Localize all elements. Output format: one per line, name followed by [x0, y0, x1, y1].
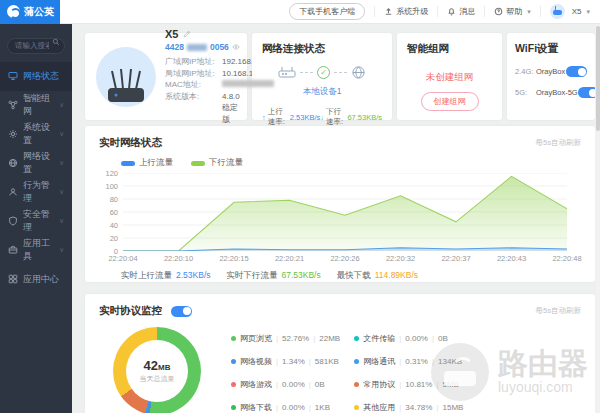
donut-chart: 42MB 当天总流量 上行流量 — [113, 327, 201, 413]
local-device-link[interactable]: 本地设备1 — [262, 86, 382, 98]
legend-dot — [231, 405, 236, 410]
device-details: X5 44280056 广域网IP地址: 192.168.1.2 局域网IP地址… — [165, 28, 241, 125]
divider — [437, 6, 438, 17]
legend-item-web: 网页浏览52.76%22MB — [231, 333, 340, 344]
router-photo — [96, 47, 156, 107]
help-menu[interactable]: 帮助 — [494, 6, 531, 17]
sidebar-search — [7, 34, 65, 54]
account-menu[interactable]: X5 — [550, 4, 590, 19]
network-nodes-icon — [8, 100, 18, 110]
toolbox-icon — [8, 245, 18, 255]
legend-item-comm: 网络通讯0.31%134KB — [354, 356, 463, 367]
legend-dot — [231, 382, 236, 387]
device-info-card: X5 44280056 广域网IP地址: 192.168.1.2 局域网IP地址… — [85, 33, 247, 120]
legend-dot — [354, 336, 359, 341]
area-chart: 020406080100120 — [99, 173, 567, 251]
upgrade-icon — [384, 7, 393, 16]
connection-diagram: ✓ — [262, 65, 382, 80]
sidebar-item-behavior[interactable]: 行为管理 — [0, 178, 72, 207]
upload-rate: 上行速率: 2.53KB/s — [262, 107, 320, 127]
card-title: 实时网络状态 — [99, 136, 162, 150]
grid-icon — [8, 274, 18, 284]
x-axis: 22:20:0422:20:1022:20:1522:20:2122:20:26… — [123, 254, 567, 263]
donut-center: 42MB 当天总流量 — [126, 340, 188, 402]
traffic-chart-svg — [123, 173, 567, 251]
device-name: X5 — [165, 28, 178, 40]
legend-dot — [231, 359, 236, 364]
y-axis: 020406080100120 — [99, 173, 123, 251]
scrollbar-thumb[interactable] — [596, 26, 600, 131]
traffic-stats-row: 实时上行流量2.53KB/s 实时下行流量67.53KB/s 最快下载114.8… — [121, 270, 581, 282]
chevron-down-icon — [59, 217, 64, 225]
refresh-note: 每5s自动刷新 — [536, 306, 581, 316]
edit-pencil-icon[interactable] — [183, 30, 191, 38]
legend-marker — [121, 161, 135, 166]
legend-dot — [354, 359, 359, 364]
chevron-down-icon — [59, 159, 64, 167]
router-image — [104, 67, 148, 107]
sdwan-status-text: 未创建组网 — [407, 71, 492, 84]
globe-icon — [8, 158, 18, 168]
system-upgrade-button[interactable]: 系统升级 — [384, 6, 428, 17]
avatar — [550, 4, 565, 19]
connection-status-card: 网络连接状态 ✓ 本地设备1 上行速率: 2.53KB/s 下行速率: 67.5 — [252, 33, 392, 120]
protocol-monitor-card: 实时协议监控 每5s自动刷新 42MB 当天总流量 上行流量 网页浏览52.76… — [85, 294, 595, 413]
sidebar-item-security[interactable]: 安全管理 — [0, 207, 72, 236]
up-arrow-icon — [262, 113, 266, 122]
device-name-row: X5 — [165, 28, 241, 40]
stat-download: 实时下行流量67.53KB/s — [227, 270, 321, 282]
stat-upload: 实时上行流量2.53KB/s — [121, 270, 211, 282]
dandelion-logo-icon — [7, 5, 20, 18]
link-dash — [334, 72, 347, 73]
protocol-donut: 42MB 当天总流量 — [113, 327, 201, 413]
refresh-note: 每5s自动刷新 — [536, 138, 581, 148]
messages-button[interactable]: 消息 — [447, 6, 475, 17]
card-title: 网络连接状态 — [262, 42, 382, 56]
sidebar-item-tools[interactable]: 应用工具 — [0, 236, 72, 265]
app-logo[interactable]: 蒲公英 — [0, 0, 60, 24]
sn-masked-part — [187, 44, 207, 51]
bell-icon — [447, 7, 456, 16]
topbar: 蒲公英 下载手机客户端 系统升级 消息 帮助 X5 — [0, 0, 600, 24]
legend-download[interactable]: 下行流量 — [191, 157, 243, 169]
legend-dot — [354, 382, 359, 387]
legend-upload[interactable]: 上行流量 — [121, 157, 173, 169]
sidebar-item-app-center[interactable]: 应用中心 — [0, 265, 72, 294]
field-firmware: 系统版本: 4.8.0 稳定版 — [165, 91, 241, 126]
legend-marker — [191, 161, 205, 166]
topbar-actions: 下载手机客户端 系统升级 消息 帮助 X5 — [289, 3, 600, 20]
download-client-button[interactable]: 下载手机客户端 — [289, 3, 365, 20]
legend-item-other: 其他应用34.78%15MB — [354, 402, 463, 413]
field-mac: MAC地址: — [165, 79, 241, 91]
app-logo-text: 蒲公英 — [24, 5, 54, 19]
shield-icon — [8, 216, 18, 226]
card-title: WiFi设置 — [515, 42, 587, 56]
create-network-button[interactable]: 创建组网 — [421, 92, 479, 111]
wifi-24g-toggle[interactable] — [566, 66, 587, 77]
sidebar-item-sdwan[interactable]: 智能组网 — [0, 91, 72, 120]
protocol-body: 42MB 当天总流量 上行流量 网页浏览52.76%22MB 文件传输0.00%… — [99, 327, 581, 413]
sidebar-item-system-settings[interactable]: 系统设置 — [0, 120, 72, 149]
protocol-monitor-toggle[interactable] — [171, 306, 192, 317]
field-wan-ip: 广域网IP地址: 192.168.1.2 — [165, 56, 241, 68]
chevron-down-icon — [59, 101, 64, 109]
eye-icon[interactable] — [232, 43, 240, 51]
legend-dot — [354, 405, 359, 410]
chevron-down-icon — [59, 188, 64, 196]
link-dash — [300, 72, 313, 73]
sidebar-item-network-settings[interactable]: 网络设置 — [0, 149, 72, 178]
sidebar-item-network-status[interactable]: 网络状态 — [0, 62, 72, 91]
divider — [484, 6, 485, 17]
device-sn-row: 44280056 — [165, 42, 241, 52]
legend-item-protocol: 常用协议10.81%5MB — [354, 379, 463, 390]
router-icon — [278, 66, 296, 79]
legend-item-game: 网络游戏0.00%0B — [231, 379, 340, 390]
card-header: 实时协议监控 每5s自动刷新 — [99, 304, 581, 318]
card-title: 实时协议监控 — [99, 304, 162, 318]
legend-item-download: 网络下载0.00%1KB — [231, 402, 340, 413]
card-header: 实时网络状态 每5s自动刷新 — [99, 136, 581, 150]
protocol-legend: 网页浏览52.76%22MB 文件传输0.00%0B 网络视频1.34%581K… — [231, 333, 463, 413]
sdwan-card: 智能组网 未创建组网 创建组网 — [397, 33, 502, 120]
sidebar-nav: 网络状态 智能组网 系统设置 网络设置 行为管理 安全管理 应用工具 应用中心 — [0, 62, 72, 294]
down-arrow-icon — [320, 113, 324, 122]
